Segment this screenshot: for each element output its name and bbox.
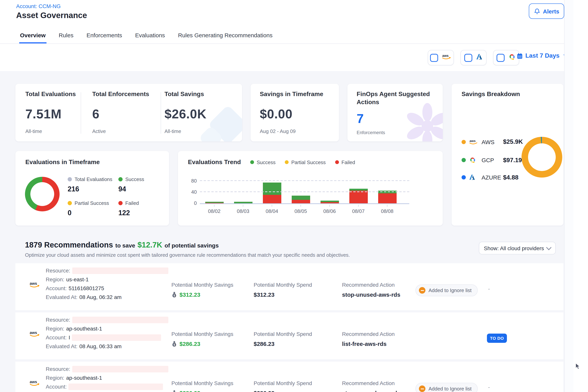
cloud-provider-filter-dropdown[interactable]: Show: All cloud providers [479,242,556,254]
aws-checkbox[interactable] [430,54,438,62]
success-dot [250,160,254,164]
recommendation-row[interactable]: aws Resource: Region:ap-southeast-1 Acco… [15,312,564,359]
chevron-down-icon [546,244,552,250]
redacted-account [72,334,161,341]
svg-text:aws: aws [30,281,37,286]
alerts-button[interactable]: Alerts [529,4,564,19]
savings-breakdown-aws-row: aws AWS $25.9K [462,138,523,145]
legend-failed: Failed 122 [118,200,139,217]
provider-filter-aws[interactable]: aws [428,50,454,65]
provider-filter-gcp[interactable] [493,50,519,65]
monthly-savings-column: Potential Monthly Savings $$286.23 [172,331,233,347]
divider [81,92,81,134]
monthly-spend-column: Potential Monthly Spend $286.23 [254,380,312,392]
account-label: Account: [46,384,67,390]
tab-enforcements[interactable]: Enforcements [86,32,123,44]
recommended-action-value: list-free-aws-rds [342,340,395,347]
page-title: Asset Governance [16,11,87,20]
aws-icon: aws [29,379,40,388]
finops-value: 7 [357,112,364,126]
gridline [200,192,409,192]
trend-legend-failed: Failed [335,159,355,165]
gcp-legend-dot [462,158,466,162]
azure-label: AZURE [482,174,503,181]
redacted-account [68,383,163,390]
svg-text:$: $ [174,343,175,346]
evaluations-timeframe-card: Evaluations in Timeframe Total Evaluatio… [15,151,169,226]
trend-legend-partial: Partial Success [285,159,326,165]
account-label: Account: [46,285,67,291]
aws-label: AWS [482,138,503,145]
failed-count: 122 [118,209,139,217]
svg-text:$: $ [174,294,175,297]
tab-rules[interactable]: Rules [58,32,74,44]
calendar-icon [516,52,523,59]
recommendations-count: 1879 Recommendations [25,240,113,250]
redacted-resource [72,267,168,274]
legend-partial-success: Partial Success 0 [68,200,109,217]
x-tick-label: 08/04 [266,208,278,214]
trend-bar [320,200,339,203]
mouse-cursor [575,363,580,371]
money-bag-icon: $ [172,390,177,392]
monthly-savings-column: Potential Monthly Savings $$286.23 [172,380,233,392]
resource-label: Resource: [46,268,70,274]
svg-text:aws: aws [30,330,37,335]
evaluations-donut [25,177,60,211]
legend-success: Success 94 [118,176,144,193]
gcp-checkbox[interactable] [496,54,504,62]
savings-timeframe-label: Savings in Timeframe [260,91,323,98]
donut-hole [30,182,54,206]
gcp-savings-value: $97.19 [503,156,522,164]
azure-checkbox[interactable] [464,54,472,62]
total-enforcements-value: 6 [92,107,149,122]
azure-savings-value: $4.88 [503,174,518,181]
total-savings-label: Total Savings [164,91,206,98]
recommendation-row[interactable]: aws Resource: Region:us-east-1 Account:5… [15,263,564,310]
monthly-savings-value: $312.23 [180,291,200,298]
resource-label: Resource: [46,317,70,323]
status-label: Added to Ignore list [428,288,472,293]
account-link[interactable]: Account: CCM-NG [16,3,61,9]
row-extra: - [488,286,490,292]
recommended-action-column: Recommended Action stop-unused-aws-rds [342,282,400,298]
todo-badge[interactable]: TO DO [487,334,507,343]
success-count: 94 [118,185,144,193]
bell-icon [534,8,540,14]
partial-success-dot [285,160,288,164]
scrollbar[interactable] [564,0,574,392]
x-tick-label: 08/07 [352,208,364,214]
x-tick-label: 08/08 [381,208,393,214]
redacted-resource [72,366,168,372]
provider-filter-azure[interactable] [460,50,486,65]
tab-evaluations[interactable]: Evaluations [134,32,166,44]
account-value: I [68,334,70,340]
date-range-selector[interactable]: Last 7 Days [516,52,568,59]
tab-rules-generating-recommendations[interactable]: Rules Generating Recommendations [177,32,273,44]
tab-overview[interactable]: Overview [19,32,46,44]
svg-text:aws: aws [442,54,448,58]
region-value: ap-southeast-1 [66,326,102,332]
monthly-spend-value: $312.23 [254,291,312,298]
recommendation-row[interactable]: aws Resource: Region:ap-southeast-1 Acco… [15,362,564,392]
x-tick [243,205,243,207]
date-range-label: Last 7 Days [525,52,560,59]
region-value: ap-southeast-1 [66,375,102,381]
aws-legend-dot [462,140,466,144]
trend-legend-success: Success [250,159,276,165]
ignore-status-pill[interactable]: Added to Ignore list [416,383,478,392]
ignore-status-pill[interactable]: Added to Ignore list [416,284,478,296]
row-extra: - [488,384,490,390]
aws-icon: aws [29,281,40,290]
gcp-icon [508,53,516,63]
region-label: Region: [46,276,64,282]
savings-breakdown-card: Savings Breakdown aws AWS $25.9K GCP $97… [452,84,564,226]
y-tick-label: 0 [188,200,197,206]
minus-circle-icon [419,386,426,392]
total-evaluations-count: 216 [68,185,112,193]
finops-label: FinOps Agent Suggested Actions [357,90,437,106]
savings-breakdown-azure-row: AZURE $4.88 [462,174,518,181]
total-evaluations-dot [68,177,72,182]
recommended-action-value: stop-unused-aws-rds [342,291,400,298]
savings-timeframe-card: Savings in Timeframe $0.00 Aug 02 - Aug … [250,84,339,142]
